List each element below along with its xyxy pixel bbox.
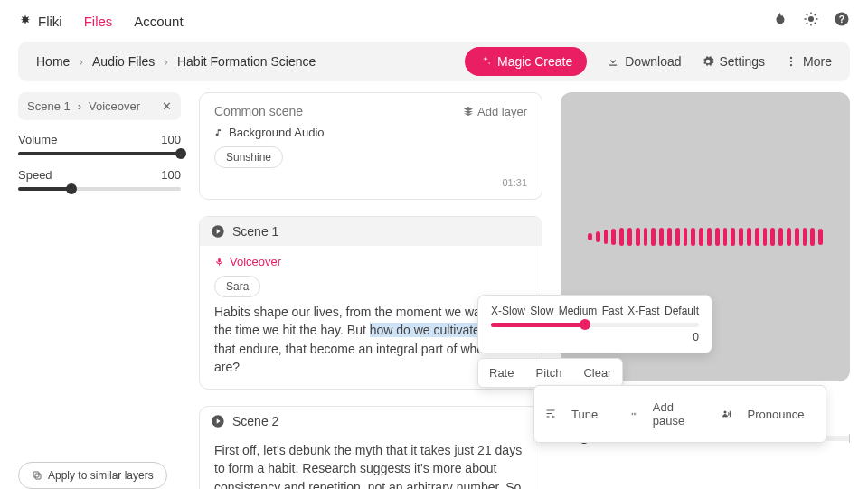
center-panel: Common scene Add layer Background Audio … <box>199 92 542 489</box>
brand[interactable]: Fliki <box>18 14 62 29</box>
download-button[interactable]: Download <box>607 54 681 69</box>
magic-create-button[interactable]: Magic Create <box>465 47 587 76</box>
panel-crumb-scene[interactable]: Scene 1 <box>27 99 71 113</box>
panel-crumb-voiceover[interactable]: Voiceover <box>89 99 140 113</box>
nav-account[interactable]: Account <box>134 14 183 29</box>
chevron-right-icon: › <box>78 99 81 113</box>
rate-medium[interactable]: Medium <box>559 305 598 317</box>
svg-line-5 <box>807 14 808 15</box>
panel-breadcrumb: Scene 1 › Voiceover ✕ <box>18 92 181 120</box>
svg-rect-14 <box>35 474 41 479</box>
tune-icon <box>545 409 556 419</box>
close-icon[interactable]: ✕ <box>162 99 172 113</box>
speed-value: 100 <box>161 168 181 182</box>
scene-2-card: Scene 2 First off, let's debunk the myth… <box>199 406 542 489</box>
rate-slow[interactable]: Slow <box>530 305 553 317</box>
duration-text: 01:31 <box>214 177 527 188</box>
action-pronounce[interactable]: Pronounce <box>711 386 826 442</box>
scene-1-title: Scene 1 <box>232 224 278 239</box>
action-tune[interactable]: Tune <box>534 386 619 442</box>
flame-icon[interactable] <box>772 11 788 32</box>
tab-rate[interactable]: Rate <box>478 359 524 387</box>
svg-point-13 <box>790 64 792 66</box>
crumb-audio-files[interactable]: Audio Files <box>92 54 155 69</box>
play-circle-icon[interactable] <box>211 414 225 428</box>
audio-track-tag[interactable]: Sunshine <box>214 146 283 168</box>
pronounce-icon <box>722 409 732 419</box>
chevron-right-icon: › <box>79 54 83 69</box>
svg-point-12 <box>790 61 792 62</box>
more-icon <box>785 55 797 68</box>
top-nav: Fliki Files Account ? <box>0 0 868 42</box>
svg-line-8 <box>815 14 816 15</box>
crumb-current: Habit Formation Science <box>177 54 316 69</box>
svg-line-6 <box>815 22 816 24</box>
download-icon <box>607 55 619 68</box>
speed-slider[interactable]: Speed 100 <box>18 168 181 191</box>
volume-slider[interactable]: Volume 100 <box>18 133 181 155</box>
action-add-pause[interactable]: Add pause <box>619 386 710 442</box>
svg-point-18 <box>723 411 726 414</box>
waveform <box>588 228 823 246</box>
apply-similar-button[interactable]: Apply to similar layers <box>18 462 167 489</box>
voice-tag[interactable]: Sara <box>214 276 260 297</box>
theme-icon[interactable] <box>803 11 819 32</box>
rate-default[interactable]: Default <box>665 305 699 317</box>
rate-xfast[interactable]: X-Fast <box>627 305 659 317</box>
common-scene-title: Common scene <box>214 104 303 118</box>
voiceover-label: Voiceover <box>214 255 527 268</box>
header-bar: Home › Audio Files › Habit Formation Sci… <box>18 42 850 81</box>
svg-line-7 <box>807 22 808 24</box>
more-button[interactable]: More <box>785 54 832 69</box>
common-scene-card: Common scene Add layer Background Audio … <box>199 92 542 200</box>
music-note-icon <box>214 128 223 137</box>
copy-icon <box>32 470 42 481</box>
gear-icon <box>702 55 714 68</box>
add-layer-button[interactable]: Add layer <box>463 105 527 118</box>
svg-rect-15 <box>33 472 39 477</box>
svg-point-11 <box>790 57 792 59</box>
speed-label: Speed <box>18 168 52 182</box>
highlighted-text: how do we cultivate <box>370 323 480 337</box>
rate-value: 0 <box>491 331 699 343</box>
rate-xslow[interactable]: X-Slow <box>491 305 525 317</box>
rate-fast[interactable]: Fast <box>602 305 623 317</box>
background-audio-label: Background Audio <box>214 126 527 139</box>
burst-icon <box>18 14 33 28</box>
svg-text:?: ? <box>839 13 844 24</box>
chevron-right-icon: › <box>164 54 168 69</box>
mic-icon <box>214 257 224 267</box>
settings-button[interactable]: Settings <box>702 54 766 69</box>
sparkle-icon <box>479 55 492 68</box>
nav-files[interactable]: Files <box>84 14 113 29</box>
brand-label: Fliki <box>38 14 62 29</box>
volume-value: 100 <box>161 133 181 146</box>
layers-icon <box>463 106 474 117</box>
volume-label: Volume <box>18 133 57 146</box>
crumb-home[interactable]: Home <box>36 54 70 69</box>
left-panel: Scene 1 › Voiceover ✕ Volume 100 Speed 1… <box>18 92 181 489</box>
breadcrumbs: Home › Audio Files › Habit Formation Sci… <box>36 54 316 69</box>
text-actions-popover: Tune Add pause Pronounce <box>533 385 826 443</box>
scene-2-title: Scene 2 <box>232 414 278 428</box>
rate-popover: X-Slow Slow Medium Fast X-Fast Default 0 <box>477 295 712 353</box>
scene-2-text[interactable]: First off, let's debunk the myth that it… <box>214 441 527 489</box>
add-pause-icon <box>630 409 637 419</box>
help-icon[interactable]: ? <box>834 11 850 32</box>
rate-slider[interactable] <box>491 323 699 327</box>
play-circle-icon[interactable] <box>211 224 225 239</box>
svg-point-0 <box>808 16 814 22</box>
